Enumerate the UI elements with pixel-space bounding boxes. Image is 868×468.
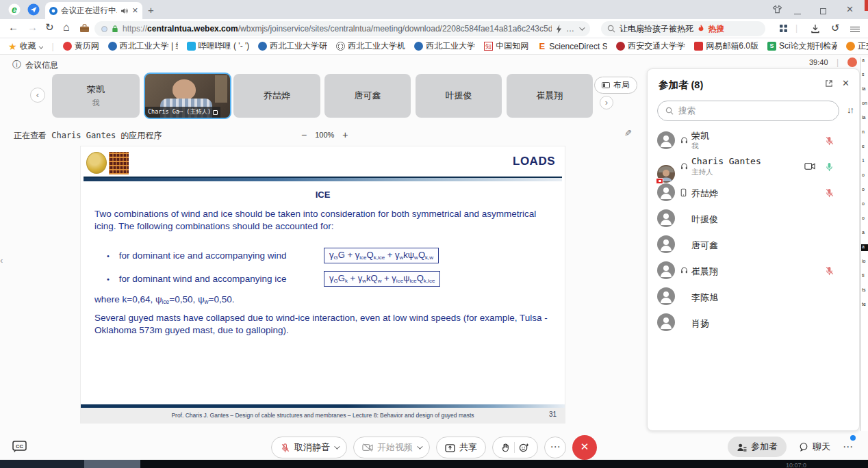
reactions-button[interactable] — [492, 437, 538, 458]
annotate-pen-icon[interactable]: ✎ — [624, 128, 632, 138]
participant-row[interactable]: 李陈旭 — [648, 284, 859, 310]
bookmark-favicon: 知 — [484, 42, 493, 51]
leave-meeting-button[interactable]: ✕ — [572, 435, 597, 460]
meeting-info-button[interactable]: ⓘ 会议信息 — [12, 59, 58, 71]
bookmark-item[interactable]: 知中国知网 — [484, 40, 528, 52]
popout-icon[interactable] — [825, 79, 833, 88]
tiles-scroll-left-button[interactable]: ‹ — [30, 88, 45, 103]
share-button[interactable]: 共享 — [436, 437, 486, 458]
tab-close-icon[interactable]: ✕ — [132, 6, 138, 15]
close-button[interactable]: ✕ — [846, 4, 854, 14]
expand-icon[interactable] — [213, 110, 218, 115]
new-tab-button[interactable]: + — [148, 4, 154, 16]
zoom-out-button[interactable]: − — [301, 129, 307, 140]
bookmark-favicon — [414, 42, 423, 51]
lightning-icon[interactable] — [556, 25, 562, 34]
participant-row[interactable]: 叶援俊 — [648, 206, 859, 232]
video-tile[interactable]: 叶援俊 — [416, 74, 502, 118]
paper-plane-app-icon[interactable] — [27, 3, 40, 16]
undo-icon[interactable]: ↺ — [831, 22, 840, 34]
taskbar-segment — [0, 460, 84, 468]
panel-close-icon[interactable]: ✕ — [842, 78, 850, 88]
address-bar[interactable]: https://centralntua.webex.com/wbxmjs/joi… — [94, 21, 590, 36]
download-icon[interactable] — [810, 24, 820, 34]
slide-page-number: 31 — [549, 411, 557, 418]
video-tile[interactable]: 乔喆烨 — [233, 74, 320, 118]
apps-grid-icon[interactable] — [779, 24, 788, 33]
browser-tab[interactable]: 会议正在进行中... ✕ — [45, 2, 142, 19]
camera-icon[interactable] — [804, 162, 815, 170]
bookmark-item[interactable]: 西北工业大学研 — [258, 40, 327, 52]
bookmark-item[interactable]: 黄历网 — [63, 40, 99, 52]
collapse-panel-handle[interactable]: ‹ — [0, 252, 8, 270]
participant-search-input[interactable]: 搜索 — [657, 101, 839, 121]
slide-formula: γGG + γiceQk,ice + γwkψwQk,w — [324, 248, 439, 263]
bookmark-item[interactable]: 西安交通大学学 — [616, 40, 685, 52]
bookmark-item[interactable]: 网易邮箱6.0版 — [694, 40, 758, 52]
mic-on-icon[interactable] — [824, 161, 834, 172]
bookmark-item[interactable]: 西北工业大学 — [414, 40, 475, 52]
more-options-button[interactable]: ⋯ — [544, 437, 566, 458]
more-panels-button[interactable]: ⋯ — [843, 441, 853, 453]
sort-icon[interactable]: ↓↑ — [847, 105, 853, 115]
participant-row[interactable]: 荣凯 我 — [648, 128, 859, 154]
home-button[interactable]: ⌂ — [63, 21, 70, 34]
chat-toggle-button[interactable]: 聊天 — [799, 441, 830, 453]
start-video-button[interactable]: 开始视频 — [353, 437, 430, 458]
captions-cc-icon[interactable]: CC — [12, 441, 27, 453]
favorites-button[interactable]: ★收藏 — [8, 40, 43, 52]
active-speaker-video-tile[interactable]: Charis Ga⋯ (主持人) — [144, 73, 231, 119]
mic-muted-icon[interactable] — [824, 187, 834, 198]
participant-row[interactable]: 唐可鑫 — [648, 232, 859, 258]
address-more-icon[interactable]: … — [566, 24, 575, 34]
slide-bullet: •for dominant wind and accompanying ice — [107, 274, 287, 284]
restore-button[interactable] — [820, 6, 826, 16]
tile-name: 荣凯 — [87, 83, 105, 96]
address-dropdown-icon[interactable] — [579, 25, 585, 30]
video-tile[interactable]: 崔晨翔 — [507, 74, 593, 118]
bookmark-item[interactable]: 正交试验设计_36 — [846, 40, 868, 52]
chevron-down-icon[interactable] — [334, 443, 340, 449]
back-button[interactable]: ← — [8, 21, 18, 33]
participant-name: Charis Gantes — [691, 156, 761, 166]
participants-toggle-button[interactable]: 参加者 — [728, 437, 787, 457]
toolbar-separator: | — [795, 23, 797, 33]
browser-logo-icon: e — [8, 3, 21, 16]
video-tile[interactable]: 荣凯 我 — [52, 74, 140, 118]
timer-separator: | — [837, 57, 839, 67]
record-indicator-button[interactable] — [847, 57, 857, 67]
briefcase-icon[interactable] — [79, 24, 90, 33]
menu-icon[interactable] — [850, 25, 860, 34]
mic-muted-icon[interactable] — [824, 265, 834, 276]
bookmark-item[interactable]: EScienceDirect Se — [537, 42, 607, 51]
theme-shirt-icon[interactable] — [772, 5, 782, 14]
layout-button[interactable]: 布局 — [594, 77, 637, 94]
forward-button[interactable]: → — [27, 21, 38, 33]
search-placeholder: 搜索 — [678, 105, 695, 117]
avatar-icon — [657, 183, 675, 201]
bookmark-item[interactable]: 哔哩哔哩 ( '- ') — [187, 40, 250, 52]
tiles-scroll-right-button[interactable]: › — [600, 96, 613, 109]
unmute-button[interactable]: 取消静音 — [271, 437, 347, 458]
participant-row[interactable]: Charis Gantes 主持人 — [648, 154, 859, 180]
participant-row[interactable]: 乔喆烨 — [648, 180, 859, 206]
minimize-button[interactable] — [794, 8, 801, 18]
taskbar-segment — [84, 460, 140, 468]
search-icon — [665, 107, 674, 115]
quick-search-box[interactable]: 让电扇给孩子被热死 热搜 — [601, 21, 765, 36]
tab-audio-icon[interactable] — [120, 8, 129, 14]
reload-button[interactable]: ↻ — [45, 21, 54, 34]
tile-name: 唐可鑫 — [355, 90, 381, 102]
participant-row[interactable]: 肖扬 — [648, 310, 859, 336]
slide-where-line: where k=0,64, ψice=0,50, ψw=0,50. — [94, 294, 235, 305]
bookmark-item[interactable]: SSci论文期刊检索 — [767, 40, 837, 52]
chevron-down-icon[interactable] — [417, 443, 422, 449]
bookmark-item[interactable]: 西北工业大学 | 统 — [108, 40, 178, 52]
zoom-in-button[interactable]: + — [342, 129, 348, 140]
participant-name: 崔晨翔 — [691, 265, 718, 278]
bookmark-favicon — [63, 42, 72, 51]
participant-row[interactable]: 崔晨翔 — [648, 258, 859, 284]
mic-muted-icon[interactable] — [824, 135, 834, 146]
video-tile[interactable]: 唐可鑫 — [324, 74, 411, 118]
bookmark-item[interactable]: 西北工业大学机 — [336, 40, 405, 52]
